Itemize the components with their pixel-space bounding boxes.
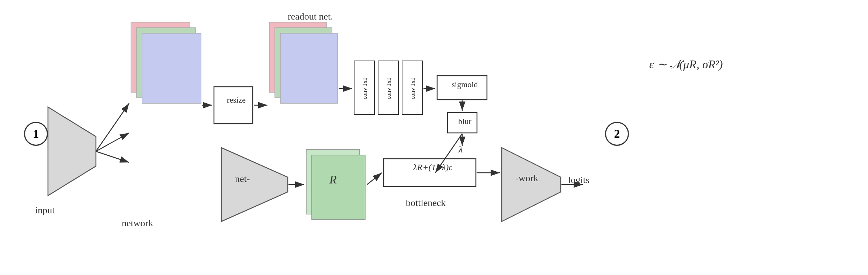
readout-net-label: readout net. — [288, 11, 333, 22]
diagram: 1 input network resize readout net. conv… — [0, 0, 868, 275]
network-label: network — [122, 218, 153, 229]
lambda-label: λ — [459, 144, 463, 155]
svg-marker-2 — [48, 107, 96, 196]
svg-rect-9 — [280, 33, 338, 103]
blur-label: blur — [450, 117, 480, 126]
conv2-label: conv 1x1 — [379, 62, 398, 114]
svg-line-22 — [96, 151, 129, 162]
conv1-label: conv 1x1 — [355, 62, 374, 114]
svg-marker-15 — [221, 148, 288, 221]
svg-line-20 — [96, 103, 129, 151]
sigmoid-label: sigmoid — [441, 80, 489, 89]
logits-label: logits — [568, 175, 589, 186]
svg-rect-5 — [142, 33, 201, 103]
conv3-label: conv 1x1 — [403, 62, 422, 114]
net-minus-label: net- — [235, 173, 250, 185]
epsilon-formula: ε ∼ 𝒩(μR, σR²) — [649, 57, 723, 71]
circle-1: 1 — [24, 122, 48, 146]
svg-line-21 — [96, 133, 129, 151]
svg-rect-6 — [214, 87, 253, 124]
svg-rect-4 — [136, 28, 196, 98]
svg-rect-3 — [131, 22, 190, 92]
resize-label: resize — [217, 95, 256, 105]
circle-2: 2 — [605, 122, 629, 146]
R-label: R — [329, 173, 337, 186]
svg-marker-19 — [502, 148, 561, 221]
svg-rect-17 — [312, 155, 365, 220]
svg-rect-7 — [269, 22, 326, 92]
input-label: input — [35, 205, 55, 216]
svg-line-31 — [367, 173, 382, 185]
bottleneck-label: bottleneck — [406, 197, 446, 209]
work-label: -work — [515, 173, 538, 184]
svg-rect-8 — [275, 28, 332, 98]
formula-label: λR+(1−λ)ε — [387, 162, 479, 172]
